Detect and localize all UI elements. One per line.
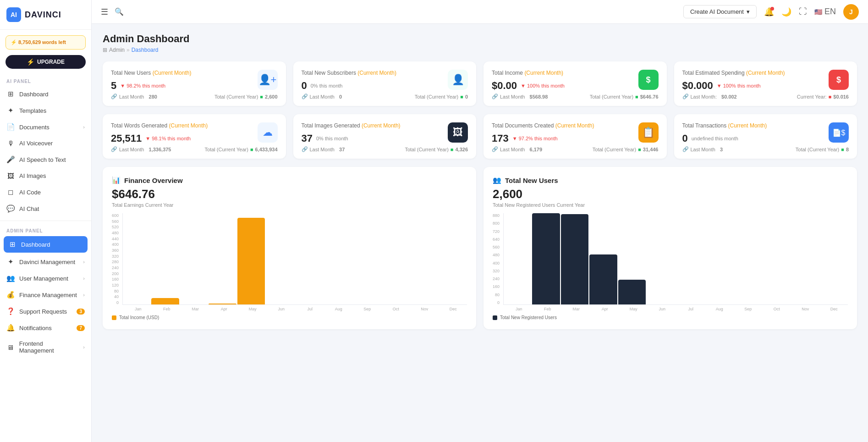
finance-bar bbox=[237, 218, 265, 304]
chevron-right-icon: › bbox=[83, 292, 85, 298]
stat-card-value: $0.000 ▼ 100% this month bbox=[682, 80, 849, 92]
sidebar-item-ai-images[interactable]: 🖼 AI Images bbox=[0, 168, 91, 184]
breadcrumb-sep: » bbox=[126, 47, 130, 53]
month-label: Oct bbox=[763, 307, 791, 311]
sidebar-item-label: Dashboard bbox=[19, 91, 49, 98]
new-users-icon: 👤+ bbox=[258, 70, 278, 90]
sidebar-item-dashboard[interactable]: ⊞ Dashboard bbox=[0, 86, 91, 102]
users-chart-card: 👥 Total New Users 2,600 Total New Regist… bbox=[483, 167, 857, 329]
month-label: Oct bbox=[382, 307, 410, 311]
sidebar-item-ai-voiceover[interactable]: 🎙 AI Voiceover bbox=[0, 135, 91, 151]
sidebar-item-notifications[interactable]: 🔔 Notifications 7 bbox=[0, 320, 91, 336]
finance-chart-amount: $646.76 bbox=[112, 187, 467, 201]
theme-toggle-icon[interactable]: 🌙 bbox=[781, 7, 791, 17]
words-left-banner: ⚡ 8,750,629 words left bbox=[5, 35, 86, 50]
stat-pct: undefined this month bbox=[692, 136, 738, 141]
users-bar-chart-container: 880800720640560 480400320240160 800 JanF… bbox=[493, 213, 848, 311]
stat-card-sub: 🔗 Last Month: $0.002 Current Year: ■ $0.… bbox=[682, 94, 849, 99]
month-label: Jan bbox=[124, 307, 152, 311]
finance-chart-sub: Total Earnings Current Year bbox=[112, 202, 467, 208]
logo-text: DAVINCI bbox=[25, 10, 61, 20]
month-label: Dec bbox=[820, 307, 848, 311]
sidebar-item-label: AI Code bbox=[19, 189, 41, 196]
month-label: Dec bbox=[439, 307, 467, 311]
stat-pct: ▼ 98.2% this month bbox=[120, 83, 165, 88]
sidebar-item-frontend-mgmt[interactable]: 🖥 Frontend Management › bbox=[0, 336, 91, 358]
stat-card-title: Total Images Generated (Current Month) bbox=[302, 122, 468, 129]
stat-card-new-subscribers: 👤 Total New Subscribers (Current Month) … bbox=[293, 61, 477, 106]
frontend-icon: 🖥 bbox=[6, 343, 15, 351]
month-label: Sep bbox=[734, 307, 762, 311]
stat-cards-row-2: ☁ Total Words Generated (Current Month) … bbox=[103, 114, 857, 159]
month-label: Jul bbox=[296, 307, 324, 311]
month-label: Jan bbox=[505, 307, 533, 311]
topbar: ☰ 🔍 Create AI Document ▾ 🔔 🌙 ⛶ 🇺🇸 EN J bbox=[92, 0, 868, 24]
month-label: Mar bbox=[562, 307, 590, 311]
divider bbox=[0, 221, 91, 221]
finance-legend-dot bbox=[112, 315, 116, 320]
page-title: Admin Dashboard bbox=[103, 33, 857, 45]
notification-bell-icon[interactable]: 🔔 bbox=[764, 7, 774, 17]
users-bar-chart: JanFebMarAprMayJunJulAugSepOctNovDec bbox=[503, 213, 848, 311]
finance-bar bbox=[151, 298, 179, 304]
stat-pct: 0% this month bbox=[311, 83, 343, 88]
sidebar-item-ai-code[interactable]: ◻ AI Code bbox=[0, 184, 91, 200]
month-label: May bbox=[239, 307, 267, 311]
language-flag[interactable]: 🇺🇸 EN bbox=[814, 7, 836, 17]
users-chart-sub: Total New Registered Users Current Year bbox=[493, 202, 848, 208]
upgrade-button[interactable]: ⚡ UPGRADE bbox=[5, 55, 86, 69]
sidebar-item-support-req[interactable]: ❓ Support Requests 3 bbox=[0, 303, 91, 320]
stat-card-value: 37 0% this month bbox=[302, 133, 468, 144]
stat-card-title: Total Transactions (Current Month) bbox=[682, 122, 849, 129]
chevron-down-icon: ▾ bbox=[747, 8, 750, 15]
stat-number: 5 bbox=[111, 80, 116, 92]
chevron-right-icon: › bbox=[83, 276, 85, 281]
finance-bar-chart-container: 600560520480440 400360320280240 20016012… bbox=[112, 213, 467, 311]
stat-card-title: Total Documents Created (Current Month) bbox=[492, 122, 659, 129]
avatar[interactable]: J bbox=[843, 4, 859, 20]
sidebar-item-user-mgmt[interactable]: 👥 User Management › bbox=[0, 270, 91, 287]
admin-panel-label: ADMIN PANEL bbox=[0, 225, 91, 235]
users-bar bbox=[589, 254, 617, 304]
sidebar-item-ai-speech[interactable]: 🎤 AI Speech to Text bbox=[0, 151, 91, 168]
stat-card-title: Total Words Generated (Current Month) bbox=[111, 122, 278, 129]
fullscreen-icon[interactable]: ⛶ bbox=[799, 7, 807, 17]
sidebar-item-davinci-mgmt[interactable]: ✦ Davinci Management › bbox=[0, 254, 91, 270]
sidebar-item-label: Templates bbox=[19, 107, 46, 114]
sidebar-item-documents[interactable]: 📄 Documents › bbox=[0, 119, 91, 135]
sidebar-item-admin-dashboard[interactable]: ⊞ Dashboard bbox=[4, 236, 88, 253]
stat-card-sub: 🔗 Last Month 37 Total (Current Year) ■ 4… bbox=[302, 146, 468, 152]
create-doc-button[interactable]: Create AI Document ▾ bbox=[683, 5, 757, 18]
stat-pct: ▼ 100% this month bbox=[717, 83, 761, 88]
users-bars bbox=[503, 213, 848, 305]
sidebar-item-templates[interactable]: ✦ Templates bbox=[0, 102, 91, 119]
grid-icon: ⊞ bbox=[8, 240, 16, 249]
templates-icon: ✦ bbox=[6, 106, 15, 115]
words-count: 8,750,629 bbox=[18, 39, 41, 45]
stat-card-value: $0.00 ▼ 100% this month bbox=[492, 80, 659, 92]
breadcrumb: ⊞ Admin » Dashboard bbox=[103, 47, 857, 53]
users-icon: 👥 bbox=[6, 274, 15, 282]
grid-icon: ⊞ bbox=[6, 90, 15, 98]
users-bar bbox=[618, 280, 646, 304]
words-label: words left bbox=[42, 39, 66, 45]
month-label: Mar bbox=[181, 307, 209, 311]
month-label: Jun bbox=[648, 307, 676, 311]
finance-bars bbox=[122, 213, 467, 305]
words-left-text: ⚡ 8,750,629 words left bbox=[11, 39, 81, 45]
stat-card-value: 0 undefined this month bbox=[682, 133, 849, 144]
notification-dot bbox=[770, 7, 774, 11]
search-icon[interactable]: 🔍 bbox=[115, 7, 124, 16]
users-legend-label: Total New Registered Users bbox=[500, 315, 557, 320]
sidebar-item-finance-mgmt[interactable]: 💰 Finance Management › bbox=[0, 287, 91, 303]
stat-pct: ▼ 97.2% this month bbox=[512, 136, 558, 141]
images-gen-icon: 🖼 bbox=[448, 122, 468, 143]
month-label: Aug bbox=[325, 307, 353, 311]
subscriber-icon: 👤 bbox=[448, 70, 468, 90]
month-label: Feb bbox=[534, 307, 562, 311]
sidebar-item-ai-chat[interactable]: 💬 AI Chat bbox=[0, 200, 91, 217]
users-chart-title: 👥 Total New Users bbox=[493, 176, 848, 184]
menu-icon[interactable]: ☰ bbox=[101, 7, 108, 17]
davinci-icon: ✦ bbox=[6, 258, 15, 266]
sidebar-item-label: Documents bbox=[19, 124, 49, 131]
